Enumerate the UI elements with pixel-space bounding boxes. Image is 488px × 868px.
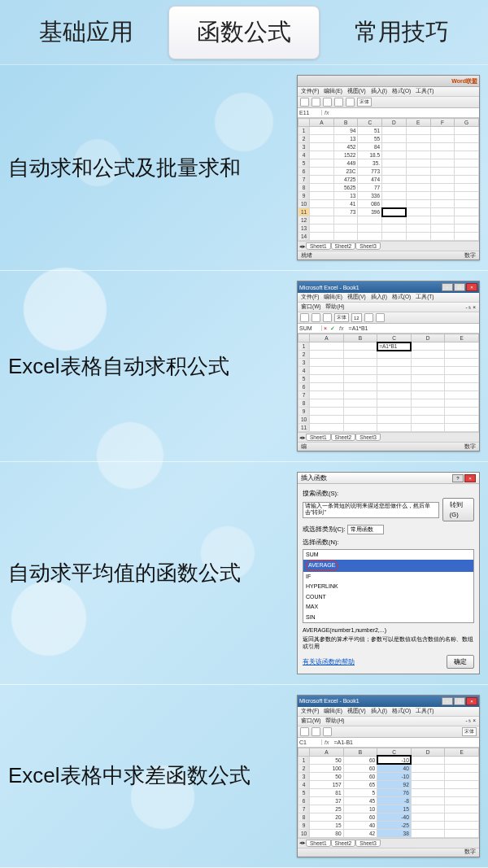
list-item-title: 自动求平均值的函数公式 xyxy=(8,557,297,589)
thumbnail-excel: Microsoft Excel - Book1 -□× 文件(F)编辑(E)视图… xyxy=(297,695,480,857)
list-item-title: Excel表格中求差函数公式 xyxy=(8,760,297,792)
thumbnail-dialog: 插入函数 ?× 搜索函数(S): 请输入一条简短的说明来描述您想做什么，然后单击… xyxy=(297,472,480,674)
list-item[interactable]: Excel表格自动求积公式 Microsoft Excel - Book1 -□… xyxy=(0,271,488,462)
list-item[interactable]: Excel表格中求差函数公式 Microsoft Excel - Book1 -… xyxy=(0,685,488,868)
thumbnail-excel: Word联盟 文件(F)编辑(E)视图(V)插入(I)格式(O)工具(T) 宋体… xyxy=(297,75,480,260)
tab-tips[interactable]: 常用技巧 xyxy=(326,7,477,59)
tab-formulas[interactable]: 函数公式 xyxy=(168,6,320,59)
list-item-title: 自动求和公式及批量求和 xyxy=(8,152,297,184)
article-list: 自动求和公式及批量求和 Word联盟 文件(F)编辑(E)视图(V)插入(I)格… xyxy=(0,65,488,868)
list-item[interactable]: 自动求平均值的函数公式 插入函数 ?× 搜索函数(S): 请输入一条简短的说明来… xyxy=(0,462,488,685)
list-item[interactable]: 自动求和公式及批量求和 Word联盟 文件(F)编辑(E)视图(V)插入(I)格… xyxy=(0,65,488,271)
tab-basic[interactable]: 基础应用 xyxy=(11,7,162,59)
list-item-title: Excel表格自动求积公式 xyxy=(8,351,297,382)
thumbnail-excel: Microsoft Excel - Book1 -□× 文件(F)编辑(E)视图… xyxy=(297,281,480,451)
top-tab-bar: 基础应用 函数公式 常用技巧 xyxy=(0,0,488,65)
